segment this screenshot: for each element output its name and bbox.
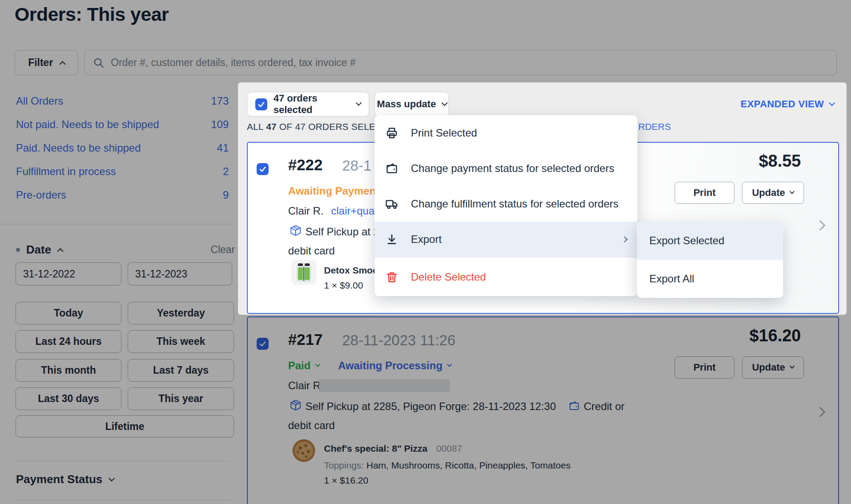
chevron-down-icon (790, 189, 795, 194)
open-order-chevron-icon[interactable] (815, 220, 825, 231)
payment-status-badge[interactable]: Awaiting Payment (288, 185, 379, 197)
menu-item-export[interactable]: Export (375, 222, 637, 257)
chevron-right-icon (621, 236, 628, 242)
checkmark-icon (258, 101, 265, 108)
export-submenu: Export Selected Export All (637, 222, 783, 298)
orders-page: Orders: This year Filter All Orders 173 … (0, 0, 851, 504)
chevron-down-icon (356, 100, 362, 106)
fulfillment-method: Self Pickup at 2 (305, 226, 379, 238)
product-qty-price: 1 × $9.00 (324, 280, 363, 291)
product-name[interactable]: Detox Smoot (324, 265, 382, 276)
order-status-row: Awaiting Payment (288, 185, 379, 197)
menu-item-print-selected[interactable]: Print Selected (375, 115, 637, 151)
printer-icon (385, 126, 398, 140)
submenu-item-export-selected[interactable]: Export Selected (637, 222, 783, 260)
select-all-checkbox[interactable] (255, 98, 267, 110)
order-number[interactable]: #222 (288, 156, 323, 174)
order-checkbox[interactable] (257, 163, 269, 175)
selection-dropdown-button[interactable]: 47 orders selected (247, 92, 369, 117)
download-icon (385, 233, 398, 246)
order-datetime: 28-1 (342, 157, 371, 174)
mass-update-button[interactable]: Mass update (375, 92, 449, 117)
submenu-item-export-all[interactable]: Export All (637, 260, 783, 298)
print-button[interactable]: Print (675, 182, 734, 204)
chevron-down-icon (441, 100, 448, 106)
selection-link-fragment[interactable]: RDERS (638, 121, 671, 132)
customer-name: Clair R. (288, 205, 324, 217)
trash-icon (385, 270, 398, 284)
order-total: $8.55 (759, 152, 801, 171)
mass-update-label: Mass update (377, 98, 436, 110)
update-button[interactable]: Update (742, 182, 804, 204)
menu-item-delete-selected[interactable]: Delete Selected (375, 257, 637, 296)
checkmark-icon (259, 165, 266, 173)
expanded-view-toggle[interactable]: EXPANDED VIEW (741, 98, 834, 110)
menu-item-change-payment-status[interactable]: Change payment status for selected order… (375, 151, 637, 186)
package-icon (289, 224, 302, 238)
chevron-down-icon (829, 100, 835, 106)
wallet-icon (385, 162, 398, 175)
truck-icon (385, 197, 398, 211)
mass-update-menu: Print Selected Change payment status for… (375, 115, 637, 296)
product-name-row: Detox Smoot (324, 265, 382, 276)
selection-dropdown-label: 47 orders selected (273, 93, 351, 116)
menu-item-change-fulfillment-status[interactable]: Change fulfillment status for selected o… (375, 186, 637, 222)
payment-method-line2: debit card (288, 245, 335, 257)
product-image-smoothie (291, 260, 316, 285)
